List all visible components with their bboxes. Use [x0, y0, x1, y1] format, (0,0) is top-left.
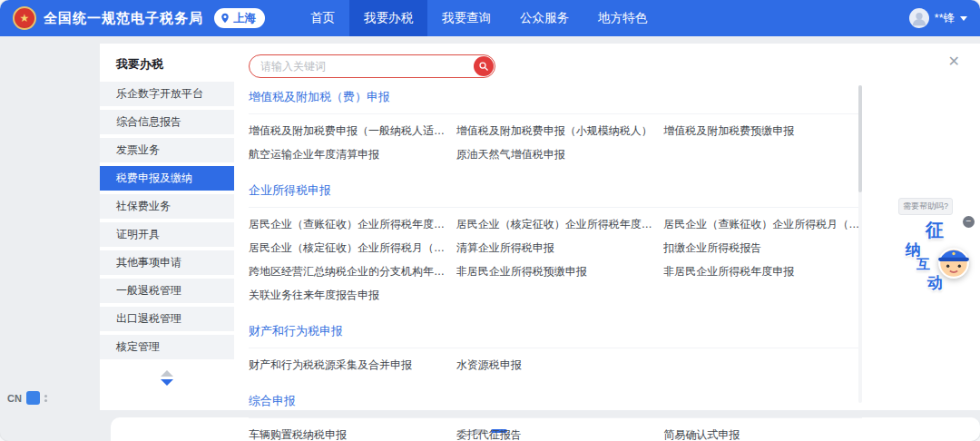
section-items: 增值税及附加税费申报（一般纳税人适用）增值税及附加税费申报（小规模纳税人）增值税… — [249, 114, 862, 173]
menu-section: 企业所得税申报居民企业（查账征收）企业所得税年度申报居民企业（核定征收）企业所得… — [249, 173, 862, 314]
sidebar-item[interactable]: 发票业务 — [100, 138, 234, 162]
menu-item-link[interactable]: 增值税及附加税费申报（一般纳税人适用） — [249, 123, 447, 139]
assistant-char: 征 — [926, 218, 944, 242]
header: ★ 全国统一规范电子税务局 上海 首页我要办税我要查询公众服务地方特色 **锋 — [0, 0, 980, 36]
menu-item-link[interactable]: 清算企业所得税申报 — [456, 240, 655, 256]
ime-language-label[interactable]: CN — [7, 393, 22, 404]
menu-content: ✕ 增值税及附加税（费）申报增值税及附加税费申报（一般纳税人适用）增值税及附加税… — [234, 44, 980, 410]
menu-item-link[interactable]: 居民企业（核定征收）企业所得税年度申报 — [456, 217, 655, 232]
nav-item[interactable]: 我要办税 — [349, 0, 427, 36]
user-menu[interactable]: **锋 — [909, 8, 967, 28]
sidebar-item[interactable]: 社保费业务 — [100, 194, 234, 219]
menu-section: 综合申报车辆购置税纳税申报委托代征报告简易确认式申报综合关联式申报对外支付综合办… — [249, 384, 862, 441]
location-pin-icon — [220, 13, 230, 24]
scroll-down-icon[interactable] — [161, 379, 173, 386]
search-bar — [249, 54, 495, 78]
nav-item[interactable]: 公众服务 — [505, 0, 583, 36]
ime-mode-icon[interactable] — [26, 391, 40, 405]
sidebar-items: 乐企数字开放平台综合信息报告发票业务税费申报及缴纳社保费业务证明开具其他事项申请… — [100, 82, 234, 359]
section-title: 综合申报 — [249, 384, 862, 418]
assistant-widget: 需要帮助吗? − 征纳互动 — [898, 198, 973, 307]
menu-item-link[interactable]: 跨地区经营汇总纳税企业的分支机构年度纳税... — [249, 264, 447, 279]
sidebar-item[interactable]: 综合信息报告 — [100, 110, 234, 134]
sidebar-item[interactable]: 其他事项申请 — [100, 250, 234, 275]
chevron-down-icon — [960, 16, 967, 21]
scroll-up-icon[interactable] — [161, 370, 173, 377]
menu-item-link[interactable]: 简易确认式申报 — [663, 427, 862, 441]
menu-section: 财产和行为税申报财产和行为税税源采集及合并申报水资源税申报 — [249, 314, 862, 384]
sidebar-item[interactable]: 出口退税管理 — [100, 307, 234, 331]
assistant-avatar[interactable] — [936, 245, 971, 279]
menu-item-link[interactable]: 航空运输企业年度清算申报 — [249, 147, 447, 162]
menu-item-link[interactable]: 增值税及附加税费申报（小规模纳税人） — [456, 123, 655, 139]
sidebar-item[interactable]: 一般退税管理 — [100, 279, 234, 303]
menu-item-link[interactable]: 居民企业（核定征收）企业所得税月（季）度... — [249, 240, 447, 256]
sidebar-pager — [100, 370, 234, 386]
assistant-tooltip: 需要帮助吗? — [898, 198, 953, 215]
main-nav: 首页我要办税我要查询公众服务地方特色 — [296, 0, 662, 36]
menu-item-link[interactable]: 增值税及附加税费预缴申报 — [663, 123, 862, 139]
sidebar-item[interactable]: 乐企数字开放平台 — [100, 82, 234, 106]
emblem-star-icon: ★ — [20, 12, 30, 24]
ime-options-icon[interactable] — [44, 395, 47, 402]
assistant-char: 互 — [916, 256, 930, 273]
menu-sections: 增值税及附加税（费）申报增值税及附加税费申报（一般纳税人适用）增值税及附加税费申… — [249, 80, 862, 441]
menu-item-link[interactable]: 原油天然气增值税申报 — [456, 147, 655, 162]
location-label: 上海 — [233, 11, 256, 26]
menu-item-link[interactable]: 非居民企业所得税年度申报 — [663, 264, 862, 279]
menu-item-link[interactable]: 财产和行为税税源采集及合并申报 — [249, 358, 447, 373]
user-name: **锋 — [935, 11, 955, 26]
menu-item-link[interactable]: 水资源税申报 — [456, 358, 655, 373]
minimize-button[interactable]: − — [963, 216, 975, 228]
nav-item[interactable]: 地方特色 — [583, 0, 662, 36]
menu-item-link[interactable]: 车辆购置税纳税申报 — [249, 427, 447, 441]
menu-item-link[interactable]: 居民企业（查账征收）企业所得税年度申报 — [249, 217, 447, 232]
section-title: 增值税及附加税（费）申报 — [249, 80, 862, 114]
ime-bar: CN — [7, 391, 47, 405]
nav-item[interactable]: 我要查询 — [427, 0, 505, 36]
menu-item-link[interactable]: 扣缴企业所得税报告 — [663, 240, 862, 256]
nav-item[interactable]: 首页 — [296, 0, 349, 36]
menu-section: 增值税及附加税（费）申报增值税及附加税费申报（一般纳税人适用）增值税及附加税费申… — [249, 80, 862, 173]
section-title: 企业所得税申报 — [249, 173, 862, 208]
scrollbar[interactable] — [858, 85, 862, 403]
app-window: ★ 全国统一规范电子税务局 上海 首页我要办税我要查询公众服务地方特色 **锋 … — [0, 0, 980, 441]
user-avatar-icon — [909, 8, 929, 28]
search-input[interactable] — [260, 55, 458, 77]
menu-item-link[interactable]: 关联业务往来年度报告申报 — [249, 288, 447, 303]
section-items: 居民企业（查账征收）企业所得税年度申报居民企业（核定征收）企业所得税年度申报居民… — [249, 208, 862, 314]
location-selector[interactable]: 上海 — [214, 8, 265, 28]
section-title: 财产和行为税申报 — [249, 314, 862, 348]
national-emblem-logo: ★ — [13, 6, 36, 30]
menu-item-link[interactable]: 非居民企业所得税预缴申报 — [456, 264, 655, 279]
sidebar-title: 我要办税 — [100, 49, 234, 82]
menu-item-link[interactable]: 居民企业（查账征收）企业所得税月（季）度... — [663, 217, 862, 232]
scrollbar-thumb[interactable] — [858, 85, 862, 192]
close-icon[interactable]: ✕ — [948, 54, 960, 69]
section-items: 车辆购置税纳税申报委托代征报告简易确认式申报综合关联式申报对外支付综合办税（国际… — [249, 418, 862, 441]
sidebar-item[interactable]: 税费申报及缴纳 — [100, 166, 234, 191]
menu-item-link[interactable]: 委托代征报告 — [456, 427, 655, 441]
sidebar-item[interactable]: 核定管理 — [100, 335, 234, 359]
brand-title: 全国统一规范电子税务局 — [44, 10, 203, 27]
section-items: 财产和行为税税源采集及合并申报水资源税申报 — [249, 348, 862, 384]
menu-sidebar: 我要办税 乐企数字开放平台综合信息报告发票业务税费申报及缴纳社保费业务证明开具其… — [100, 44, 234, 410]
sidebar-item[interactable]: 证明开具 — [100, 222, 234, 247]
search-button[interactable] — [474, 56, 494, 76]
search-icon — [478, 61, 489, 72]
